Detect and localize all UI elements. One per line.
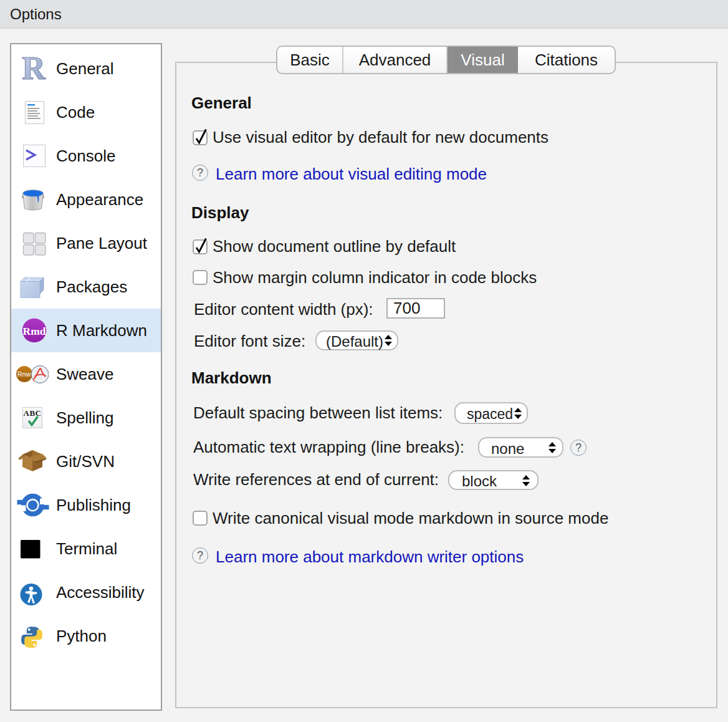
svg-text:ABC: ABC [24, 408, 42, 418]
svg-text:Rmd: Rmd [23, 325, 46, 337]
svg-text:R: R [22, 56, 46, 81]
svg-text:Rnw: Rnw [17, 370, 31, 378]
